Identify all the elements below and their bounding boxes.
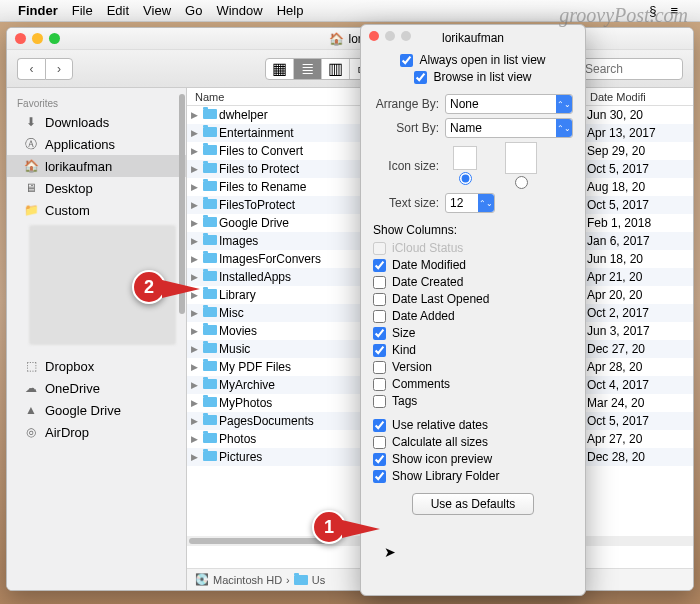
folder-icon xyxy=(201,198,219,212)
icon-size-small-preview xyxy=(453,146,477,170)
column-size-checkbox[interactable] xyxy=(373,327,386,340)
column-kind-checkbox[interactable] xyxy=(373,344,386,357)
arrange-by-select[interactable]: None⌃⌄ xyxy=(445,94,573,114)
file-date: Jan 6, 2017 xyxy=(579,234,693,248)
disclosure-icon[interactable]: ▶ xyxy=(187,380,201,390)
file-date: Oct 5, 2017 xyxy=(579,162,693,176)
sort-by-select[interactable]: Name⌃⌄ xyxy=(445,118,573,138)
popover-traffic[interactable] xyxy=(369,31,411,41)
column-option-label: Tags xyxy=(392,394,417,408)
disclosure-icon[interactable]: ▶ xyxy=(187,398,201,408)
chevron-updown-icon: ⌃⌄ xyxy=(556,119,572,137)
path-disk[interactable]: Macintosh HD xyxy=(213,574,282,586)
view-column-button[interactable]: ▥ xyxy=(322,59,350,79)
disclosure-icon[interactable]: ▶ xyxy=(187,290,201,300)
browse-list-label: Browse in list view xyxy=(433,70,531,84)
file-date: Sep 29, 20 xyxy=(579,144,693,158)
disclosure-icon[interactable]: ▶ xyxy=(187,272,201,282)
disclosure-icon[interactable]: ▶ xyxy=(187,128,201,138)
file-date: Oct 5, 2017 xyxy=(579,198,693,212)
menu-help[interactable]: Help xyxy=(277,3,304,18)
sidebar-item-lorikaufman[interactable]: 🏠lorikaufman xyxy=(7,155,186,177)
view-icon-button[interactable]: ▦ xyxy=(266,59,294,79)
column-option-label: Comments xyxy=(392,377,450,391)
column-date-added-checkbox[interactable] xyxy=(373,310,386,323)
text-size-select[interactable]: 12⌃⌄ xyxy=(445,193,495,213)
disclosure-icon[interactable]: ▶ xyxy=(187,182,201,192)
menubar-extra-icon[interactable]: § xyxy=(649,3,656,18)
sidebar-item-applications[interactable]: ⒶApplications xyxy=(7,133,186,155)
column-comments-checkbox[interactable] xyxy=(373,378,386,391)
option-calculate-all-sizes-checkbox[interactable] xyxy=(373,436,386,449)
back-button[interactable]: ‹ xyxy=(17,58,45,80)
disclosure-icon[interactable]: ▶ xyxy=(187,416,201,426)
folder-icon xyxy=(201,432,219,446)
sidebar-item-custom[interactable]: 📁Custom xyxy=(7,199,186,221)
text-size-label: Text size: xyxy=(373,196,439,210)
column-tags-checkbox[interactable] xyxy=(373,395,386,408)
sidebar-item-label: Downloads xyxy=(45,115,109,130)
sidebar-item-desktop[interactable]: 🖥Desktop xyxy=(7,177,186,199)
sidebar-scrollbar[interactable] xyxy=(178,88,186,590)
sidebar-item-label: AirDrop xyxy=(45,425,89,440)
forward-button[interactable]: › xyxy=(45,58,73,80)
always-open-checkbox[interactable] xyxy=(400,54,413,67)
disclosure-icon[interactable]: ▶ xyxy=(187,434,201,444)
view-options-popover: lorikaufman Always open in list view Bro… xyxy=(360,24,586,596)
view-list-button[interactable]: ≣ xyxy=(294,59,322,79)
option-show-icon-preview-checkbox[interactable] xyxy=(373,453,386,466)
use-as-defaults-button[interactable]: Use as Defaults xyxy=(412,493,535,515)
folder-icon xyxy=(201,396,219,410)
sidebar-blurred-region xyxy=(29,225,176,345)
option-show-library-folder-checkbox[interactable] xyxy=(373,470,386,483)
column-option-label: Kind xyxy=(392,343,416,357)
search-input[interactable] xyxy=(585,62,665,76)
desktop-icon: 🖥 xyxy=(23,181,39,195)
sidebar-item-airdrop[interactable]: ◎AirDrop xyxy=(7,421,186,443)
folder-icon xyxy=(201,288,219,302)
disclosure-icon[interactable]: ▶ xyxy=(187,344,201,354)
chevron-updown-icon: ⌃⌄ xyxy=(556,95,572,113)
menu-file[interactable]: File xyxy=(72,3,93,18)
sidebar-item-label: OneDrive xyxy=(45,381,100,396)
column-icloud-status-checkbox[interactable] xyxy=(373,242,386,255)
disclosure-icon[interactable]: ▶ xyxy=(187,110,201,120)
browse-list-checkbox[interactable] xyxy=(414,71,427,84)
home-icon: 🏠 xyxy=(329,32,344,46)
icon-size-small-radio[interactable] xyxy=(459,172,472,185)
option-label: Calculate all sizes xyxy=(392,435,488,449)
option-use-relative-dates-checkbox[interactable] xyxy=(373,419,386,432)
sidebar-item-onedrive[interactable]: ☁OneDrive xyxy=(7,377,186,399)
folder-icon xyxy=(201,108,219,122)
menu-view[interactable]: View xyxy=(143,3,171,18)
sidebar-item-downloads[interactable]: ⬇Downloads xyxy=(7,111,186,133)
disclosure-icon[interactable]: ▶ xyxy=(187,308,201,318)
disclosure-icon[interactable]: ▶ xyxy=(187,218,201,228)
column-date-created-checkbox[interactable] xyxy=(373,276,386,289)
menu-window[interactable]: Window xyxy=(216,3,262,18)
dropbox-icon: ⬚ xyxy=(23,359,39,373)
column-date-last-opened-checkbox[interactable] xyxy=(373,293,386,306)
disclosure-icon[interactable]: ▶ xyxy=(187,362,201,372)
traffic-lights[interactable] xyxy=(15,33,60,44)
sidebar-item-label: Dropbox xyxy=(45,359,94,374)
column-date-modified-checkbox[interactable] xyxy=(373,259,386,272)
disclosure-icon[interactable]: ▶ xyxy=(187,236,201,246)
disclosure-icon[interactable]: ▶ xyxy=(187,254,201,264)
menu-go[interactable]: Go xyxy=(185,3,202,18)
sidebar-item-google drive[interactable]: ▲Google Drive xyxy=(7,399,186,421)
disclosure-icon[interactable]: ▶ xyxy=(187,452,201,462)
icon-size-large-radio[interactable] xyxy=(515,176,528,189)
sidebar-item-dropbox[interactable]: ⬚Dropbox xyxy=(7,355,186,377)
disclosure-icon[interactable]: ▶ xyxy=(187,200,201,210)
path-next[interactable]: Us xyxy=(312,574,325,586)
file-date: Apr 20, 20 xyxy=(579,288,693,302)
column-date[interactable]: Date Modifi xyxy=(582,88,693,105)
disclosure-icon[interactable]: ▶ xyxy=(187,146,201,156)
menu-app[interactable]: Finder xyxy=(18,3,58,18)
disclosure-icon[interactable]: ▶ xyxy=(187,326,201,336)
column-version-checkbox[interactable] xyxy=(373,361,386,374)
menubar-extra-icon[interactable]: ≡ xyxy=(670,3,678,18)
menu-edit[interactable]: Edit xyxy=(107,3,129,18)
disclosure-icon[interactable]: ▶ xyxy=(187,164,201,174)
